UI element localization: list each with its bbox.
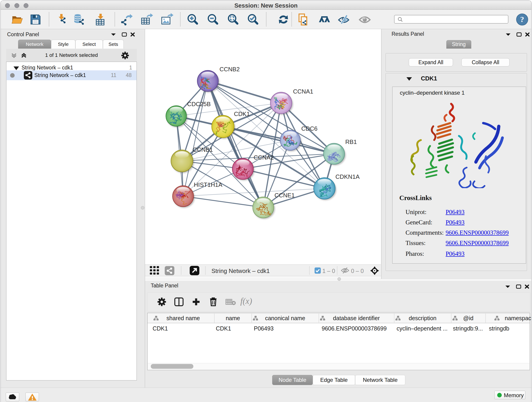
svg-text:RB1: RB1 [345, 138, 357, 145]
svg-text:HIST1H1A: HIST1H1A [194, 181, 222, 188]
svg-text:CDKN1A: CDKN1A [336, 173, 360, 180]
svg-text:CDC25B: CDC25B [187, 101, 211, 108]
svg-text:CCNB1: CCNB1 [193, 146, 213, 153]
svg-text:?: ? [520, 15, 524, 24]
svg-text:CDK1: CDK1 [234, 110, 250, 117]
svg-text:CCNB2: CCNB2 [220, 66, 240, 73]
svg-text:CCNA2: CCNA2 [254, 154, 274, 161]
svg-text:CCNE1: CCNE1 [274, 192, 295, 199]
svg-text:CDC6: CDC6 [301, 125, 317, 132]
svg-text:CCNA1: CCNA1 [293, 88, 313, 95]
